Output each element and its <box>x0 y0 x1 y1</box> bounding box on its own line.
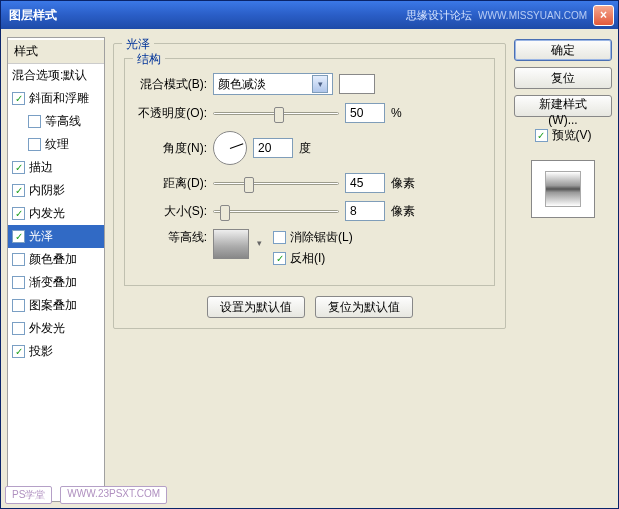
angle-label: 角度(N): <box>135 140 207 157</box>
ok-button[interactable]: 确定 <box>514 39 612 61</box>
opacity-slider-thumb[interactable] <box>274 107 284 123</box>
sidebar-item-checkbox[interactable]: ✓ <box>12 161 25 174</box>
brand-url: WWW.MISSYUAN.COM <box>478 10 587 21</box>
sidebar-item-checkbox[interactable]: ✓ <box>12 345 25 358</box>
opacity-row: 不透明度(O): 50 % <box>135 103 484 123</box>
size-slider[interactable] <box>213 210 339 213</box>
sidebar-item-label: 斜面和浮雕 <box>29 90 89 107</box>
dialog-window: 图层样式 思缘设计论坛 WWW.MISSYUAN.COM × 样式 混合选项:默… <box>0 0 619 509</box>
default-buttons: 设置为默认值 复位为默认值 <box>124 296 495 318</box>
reset-button[interactable]: 复位 <box>514 67 612 89</box>
distance-label: 距离(D): <box>135 175 207 192</box>
sidebar-item[interactable]: ✓描边 <box>8 156 104 179</box>
sidebar-item-checkbox[interactable]: ✓ <box>12 230 25 243</box>
preview-checkbox[interactable]: ✓ <box>535 129 548 142</box>
sidebar-item-label: 外发光 <box>29 320 65 337</box>
sidebar-item-label: 内发光 <box>29 205 65 222</box>
sidebar-item-checkbox[interactable] <box>28 115 41 128</box>
new-style-button[interactable]: 新建样式(W)... <box>514 95 612 117</box>
preview-thumbnail <box>545 171 581 207</box>
sidebar-item[interactable]: 外发光 <box>8 317 104 340</box>
sidebar-item-label: 纹理 <box>45 136 69 153</box>
sidebar-item[interactable]: 图案叠加 <box>8 294 104 317</box>
sidebar-item-label: 颜色叠加 <box>29 251 77 268</box>
preview-box <box>531 160 595 218</box>
sidebar-item-checkbox[interactable] <box>12 322 25 335</box>
satin-group: 光泽 结构 混合模式(B): 颜色减淡 ▾ 不透明度(O): <box>113 43 506 329</box>
size-label: 大小(S): <box>135 203 207 220</box>
sidebar-item-label: 内阴影 <box>29 182 65 199</box>
blend-mode-label: 混合模式(B): <box>135 76 207 93</box>
contour-label: 等高线: <box>135 229 207 246</box>
sidebar-item[interactable]: ✓内阴影 <box>8 179 104 202</box>
blend-mode-select[interactable]: 颜色减淡 ▾ <box>213 73 333 95</box>
footer-tag-2: WWW.23PSXT.COM <box>60 486 167 504</box>
distance-slider-thumb[interactable] <box>244 177 254 193</box>
size-input[interactable]: 8 <box>345 201 385 221</box>
contour-row: 等高线: ▾ 消除锯齿(L) ✓ <box>135 229 484 267</box>
sidebar-blend-default[interactable]: 混合选项:默认 <box>8 64 104 87</box>
sidebar-item[interactable]: 颜色叠加 <box>8 248 104 271</box>
reset-default-button[interactable]: 复位为默认值 <box>315 296 413 318</box>
distance-slider[interactable] <box>213 182 339 185</box>
sidebar-item-label: 图案叠加 <box>29 297 77 314</box>
chevron-down-icon: ▾ <box>257 238 262 248</box>
sidebar-item-checkbox[interactable] <box>12 253 25 266</box>
invert-row: ✓ 反相(I) <box>273 250 353 267</box>
distance-input[interactable]: 45 <box>345 173 385 193</box>
sidebar-item-checkbox[interactable] <box>28 138 41 151</box>
opacity-unit: % <box>391 106 402 120</box>
sidebar-item-label: 渐变叠加 <box>29 274 77 291</box>
sidebar-item-label: 等高线 <box>45 113 81 130</box>
preview-row: ✓ 预览(V) <box>514 127 612 144</box>
set-default-button[interactable]: 设置为默认值 <box>207 296 305 318</box>
contour-options: 消除锯齿(L) ✓ 反相(I) <box>273 229 353 267</box>
invert-checkbox[interactable]: ✓ <box>273 252 286 265</box>
opacity-input[interactable]: 50 <box>345 103 385 123</box>
sidebar-item-label: 光泽 <box>29 228 53 245</box>
window-title: 图层样式 <box>5 7 57 24</box>
antialias-row: 消除锯齿(L) <box>273 229 353 246</box>
contour-picker[interactable]: ▾ <box>213 229 249 259</box>
structure-group-title: 结构 <box>133 51 165 68</box>
close-button[interactable]: × <box>593 5 614 26</box>
sidebar-item[interactable]: ✓斜面和浮雕 <box>8 87 104 110</box>
chevron-down-icon: ▾ <box>312 75 328 93</box>
sidebar-item-checkbox[interactable]: ✓ <box>12 207 25 220</box>
sidebar-item[interactable]: ✓光泽 <box>8 225 104 248</box>
sidebar-item-checkbox[interactable]: ✓ <box>12 184 25 197</box>
sidebar-item[interactable]: 等高线 <box>8 110 104 133</box>
invert-label: 反相(I) <box>290 250 325 267</box>
color-swatch[interactable] <box>339 74 375 94</box>
main-panel: 光泽 结构 混合模式(B): 颜色减淡 ▾ 不透明度(O): <box>113 37 506 502</box>
styles-sidebar: 样式 混合选项:默认 ✓斜面和浮雕等高线纹理✓描边✓内阴影✓内发光✓光泽颜色叠加… <box>7 37 105 502</box>
sidebar-item-checkbox[interactable] <box>12 276 25 289</box>
opacity-label: 不透明度(O): <box>135 105 207 122</box>
sidebar-blend-default-label: 混合选项:默认 <box>12 67 87 84</box>
distance-unit: 像素 <box>391 175 415 192</box>
angle-input[interactable]: 20 <box>253 138 293 158</box>
sidebar-item-checkbox[interactable]: ✓ <box>12 92 25 105</box>
blend-mode-value: 颜色减淡 <box>218 76 266 93</box>
size-slider-thumb[interactable] <box>220 205 230 221</box>
antialias-checkbox[interactable] <box>273 231 286 244</box>
style-list: ✓斜面和浮雕等高线纹理✓描边✓内阴影✓内发光✓光泽颜色叠加渐变叠加图案叠加外发光… <box>8 87 104 363</box>
distance-row: 距离(D): 45 像素 <box>135 173 484 193</box>
title-right: 思缘设计论坛 WWW.MISSYUAN.COM × <box>406 5 614 26</box>
sidebar-header: 样式 <box>8 40 104 64</box>
right-panel: 确定 复位 新建样式(W)... ✓ 预览(V) <box>514 37 612 502</box>
antialias-label: 消除锯齿(L) <box>290 229 353 246</box>
sidebar-item[interactable]: 纹理 <box>8 133 104 156</box>
sidebar-item[interactable]: 渐变叠加 <box>8 271 104 294</box>
blend-mode-row: 混合模式(B): 颜色减淡 ▾ <box>135 73 484 95</box>
opacity-slider[interactable] <box>213 112 339 115</box>
titlebar: 图层样式 思缘设计论坛 WWW.MISSYUAN.COM × <box>1 1 618 29</box>
angle-dial[interactable] <box>213 131 247 165</box>
size-unit: 像素 <box>391 203 415 220</box>
sidebar-item-checkbox[interactable] <box>12 299 25 312</box>
sidebar-item-label: 投影 <box>29 343 53 360</box>
sidebar-item[interactable]: ✓内发光 <box>8 202 104 225</box>
sidebar-item[interactable]: ✓投影 <box>8 340 104 363</box>
brand-text: 思缘设计论坛 <box>406 8 472 23</box>
preview-label: 预览(V) <box>552 127 592 144</box>
